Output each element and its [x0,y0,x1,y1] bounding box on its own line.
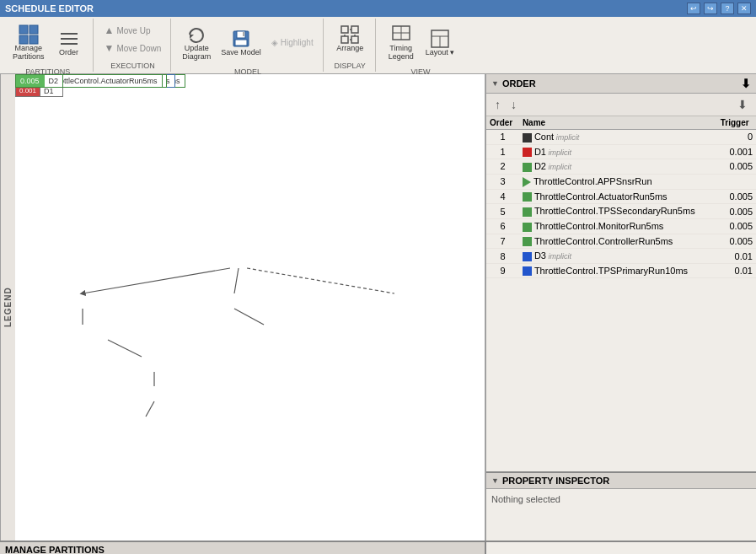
undo-btn[interactable]: ↩ [687,3,700,14]
svg-rect-12 [341,26,348,33]
order-cell-trigger: 0.005 [717,234,756,249]
canvas-connections [15,74,485,541]
order-cell-trigger: 0.001 [717,144,756,159]
svg-rect-13 [351,26,358,33]
property-title: PROPERTY INSPECTOR [502,476,609,486]
redo-btn[interactable]: ↪ [704,3,717,14]
order-collapse-arrow[interactable]: ▼ [491,79,499,88]
svg-rect-14 [341,36,348,43]
close-btn[interactable]: ✕ [737,3,751,14]
order-export-btn[interactable]: ⬇ [734,96,751,113]
arrange-icon [340,24,360,45]
timing-legend-icon [391,24,411,45]
order-cell-trigger: 0 [717,130,756,145]
layout-icon [430,29,450,49]
manage-partitions-panel: MANAGE PARTITIONS 🔍 📋 📁 ✕ ⬇ Block Name P… [0,542,486,554]
order-cell-name: D3 implicit [519,249,717,264]
order-row[interactable]: 8 D3 implicit 0.01 [486,249,756,264]
col-trigger: Trigger [717,116,756,130]
canvas-area[interactable]: 0 Cont 0.001 D1 0.01 D3 0.005 ThrottleCo… [15,74,486,541]
order-scroll[interactable]: Order Name Trigger 1 Cont implicit 0 1 D… [486,116,756,471]
order-row[interactable]: 5 ThrottleControl.TPSSecondaryRun5ms 0.0… [486,204,756,219]
order-row[interactable]: 9 ThrottleControl.TPSPrimaryRun10ms 0.01 [486,263,756,278]
order-cell-name: D2 implicit [519,159,717,175]
svg-marker-7 [190,35,194,39]
highlight-label: Highlight [281,38,314,47]
highlight-button[interactable]: ◈ Highlight [267,35,318,50]
right-bottom-panel [486,542,756,554]
col-order: Order [486,116,519,130]
col-name: Name [519,116,717,130]
update-diagram-button[interactable]: UpdateDiagram [178,22,215,64]
model-buttons: UpdateDiagram Save Model ◈ Highlight [178,19,317,67]
order-cell-order: 6 [486,219,519,234]
arrange-label: Arrange [336,45,363,53]
order-row[interactable]: 4 ThrottleControl.ActuatorRun5ms 0.005 [486,189,756,204]
svg-line-27 [108,340,142,357]
toolbar-group-view: TimingLegend Layout ▾ VIEW [378,19,464,72]
order-down-btn[interactable]: ↓ [507,96,520,113]
timing-legend-button[interactable]: TimingLegend [383,22,420,64]
order-row[interactable]: 1 Cont implicit 0 [486,130,756,145]
manage-partitions-label: ManagePartitions [13,45,45,62]
d2-node[interactable]: 0.005 D2 [15,74,63,88]
timing-legend-label: TimingLegend [389,45,414,62]
order-toolbar-left: ↑ ↓ [491,96,520,113]
order-row[interactable]: 2 D2 implicit 0.005 [486,159,756,175]
update-diagram-label: UpdateDiagram [182,45,211,62]
bottom-area: MANAGE PARTITIONS 🔍 📋 📁 ✕ ⬇ Block Name P… [0,541,756,554]
order-cell-order: 7 [486,234,519,249]
order-button[interactable]: Order [51,26,88,60]
order-row[interactable]: 1 D1 implicit 0.001 [486,144,756,159]
layout-button[interactable]: Layout ▾ [421,26,459,60]
move-up-button[interactable]: ▲ Move Up [100,22,166,39]
order-up-btn[interactable]: ↑ [491,96,504,113]
toolbar-group-model: UpdateDiagram Save Model ◈ Highlight MOD [173,19,323,72]
move-up-label: Move Up [116,26,150,35]
manage-partitions-button[interactable]: ManagePartitions [8,22,49,64]
execution-col: ▲ Move Up ▼ Move Down [100,22,166,56]
order-cell-order: 8 [486,249,519,264]
order-row[interactable]: 3 ThrottleControl.APPSnsrRun [486,174,756,189]
help-btn[interactable]: ? [721,3,734,14]
window-controls: ↩ ↪ ? ✕ [687,3,751,14]
order-cell-order: 1 [486,130,519,145]
property-collapse-arrow[interactable]: ▼ [491,476,499,485]
layout-label: Layout ▾ [426,49,455,57]
app-title: SCHEDULE EDITOR [5,3,94,13]
order-section: ▼ ORDER ⬇ ↑ ↓ ⬇ Order Name [486,74,756,473]
main-area: LEGEND [0,74,756,541]
display-group-label: DISPLAY [335,62,366,72]
order-cell-order: 4 [486,189,519,204]
right-panel: ▼ ORDER ⬇ ↑ ↓ ⬇ Order Name [486,74,756,541]
update-diagram-icon [186,24,206,45]
view-buttons: TimingLegend Layout ▾ [383,19,459,67]
order-row[interactable]: 7 ThrottleControl.ControllerRun5ms 0.005 [486,234,756,249]
order-cell-order: 3 [486,174,519,189]
order-cell-name: Cont implicit [519,130,717,145]
svg-line-29 [146,401,154,417]
property-header-left: ▼ PROPERTY INSPECTOR [491,476,609,486]
partitions-buttons: ManagePartitions Order [8,19,88,67]
order-cell-order: 2 [486,159,519,175]
property-nothing-selected: Nothing selected [491,494,560,504]
svg-line-26 [234,309,264,325]
execution-buttons: ▲ Move Up ▼ Move Down [100,19,166,60]
manage-partitions-title: MANAGE PARTITIONS [5,545,105,554]
svg-line-22 [83,268,230,293]
move-down-button[interactable]: ▼ Move Down [100,40,166,56]
order-cell-name: ThrottleControl.ControllerRun5ms [519,234,717,249]
order-cell-name: D1 implicit [519,144,717,159]
order-section-toolbar: ↑ ↓ ⬇ [486,94,756,116]
manage-partitions-header: MANAGE PARTITIONS [0,542,485,554]
move-down-icon: ▼ [105,42,115,54]
order-cell-trigger: 0.01 [717,263,756,278]
order-row[interactable]: 6 ThrottleControl.MonitorRun5ms 0.005 [486,219,756,234]
arrange-button[interactable]: Arrange [331,22,368,56]
move-down-label: Move Down [116,44,161,53]
svg-rect-2 [19,35,28,44]
save-model-button[interactable]: Save Model [217,26,265,60]
toolbar-group-partitions: ManagePartitions Order PARTITIONS [3,19,94,72]
toolbar-group-display: Arrange DISPLAY [325,19,376,72]
order-cell-order: 9 [486,263,519,278]
